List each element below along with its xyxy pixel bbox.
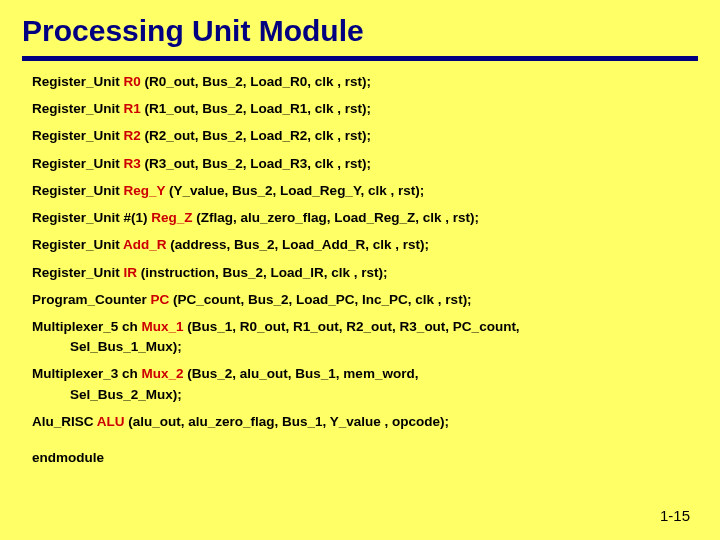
code-content: Register_Unit R0 (R0_out, Bus_2, Load_R0… [0, 73, 720, 467]
code-line-addr: Register_Unit Add_R (address, Bus_2, Loa… [32, 236, 688, 254]
title-underline [22, 56, 698, 61]
code-line-ir: Register_Unit IR (instruction, Bus_2, Lo… [32, 264, 688, 282]
slide-number: 1-15 [660, 507, 690, 524]
code-line-mux2-cont: Sel_Bus_2_Mux); [32, 386, 688, 404]
code-line-r3: Register_Unit R3 (R3_out, Bus_2, Load_R3… [32, 155, 688, 173]
code-line-mux2: Multiplexer_3 ch Mux_2 (Bus_2, alu_out, … [32, 365, 688, 383]
code-line-endmodule: endmodule [32, 449, 688, 467]
code-line-r1: Register_Unit R1 (R1_out, Bus_2, Load_R1… [32, 100, 688, 118]
code-line-mux1-cont: Sel_Bus_1_Mux); [32, 338, 688, 356]
code-line-mux1: Multiplexer_5 ch Mux_1 (Bus_1, R0_out, R… [32, 318, 688, 336]
code-line-pc: Program_Counter PC (PC_count, Bus_2, Loa… [32, 291, 688, 309]
slide-title: Processing Unit Module [0, 0, 720, 56]
code-line-r2: Register_Unit R2 (R2_out, Bus_2, Load_R2… [32, 127, 688, 145]
code-line-regy: Register_Unit Reg_Y (Y_value, Bus_2, Loa… [32, 182, 688, 200]
code-line-regz: Register_Unit #(1) Reg_Z (Zflag, alu_zer… [32, 209, 688, 227]
code-line-r0: Register_Unit R0 (R0_out, Bus_2, Load_R0… [32, 73, 688, 91]
code-line-alu: Alu_RISC ALU (alu_out, alu_zero_flag, Bu… [32, 413, 688, 431]
